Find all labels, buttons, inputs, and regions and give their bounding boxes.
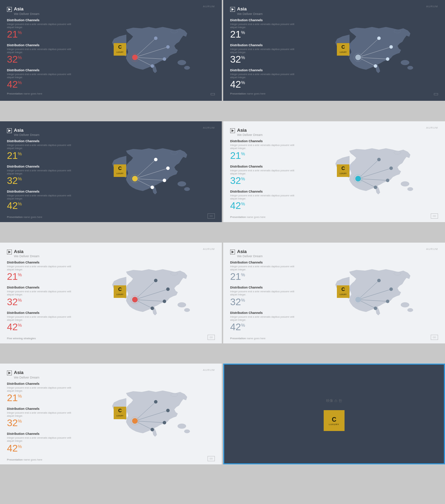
footer-num [211, 93, 215, 95]
stat-label-0: Distribution Channels [7, 261, 76, 264]
stat-desc-0: Integer posuere erat a ante venenatis da… [7, 23, 76, 29]
svg-marker-7 [232, 8, 234, 11]
stat-desc-2: Integer posuere erat a ante venenatis da… [7, 436, 76, 442]
svg-point-26 [178, 302, 186, 307]
stats-column: Distribution Channels Integer posuere er… [230, 139, 300, 211]
aurum-label: AURUM [203, 247, 215, 251]
slide-5: Asia We Deliver Dream AURUM Distribution… [0, 243, 222, 343]
footer-presentation: Presentation name goes here [230, 216, 266, 219]
map-dot-3 [163, 300, 166, 303]
slide-content: Distribution Channels Integer posuere er… [7, 18, 215, 90]
slide-title-block: Asia We Deliver Dream [14, 128, 39, 137]
slide-content: Distribution Channels Integer posuere er… [230, 18, 438, 90]
slide-content: Distribution Channels Integer posuere er… [7, 382, 215, 453]
slide-2: Asia We Deliver Dream AURUM Distribution… [223, 0, 445, 101]
slide-subtitle: We Deliver Dream [237, 254, 262, 258]
stat-item-0: Distribution Channels Integer posuere er… [7, 382, 76, 403]
map-dot-1 [154, 158, 157, 161]
slide-subtitle: We Deliver Dream [237, 12, 262, 16]
stat-value-0: 21% [7, 393, 76, 403]
stat-value-1: 32% [7, 176, 76, 186]
aurum-label: AURUM [203, 5, 215, 8]
slide-footer: Presentation name goes here 00 [230, 335, 438, 340]
map-dot-2 [166, 409, 170, 412]
slide-title: Asia [14, 6, 39, 12]
map-area: C LUXURY [302, 267, 438, 326]
stat-label-0: Distribution Channels [230, 18, 300, 22]
map-dot-0 [132, 55, 138, 60]
stat-label-0: Distribution Channels [230, 139, 300, 143]
svg-point-16 [171, 151, 178, 154]
map-dot-3 [163, 421, 166, 424]
stat-value-0: 21% [230, 30, 300, 39]
map-svg: C LUXURY [79, 24, 215, 83]
slide-title-block: Asia We Deliver Dream [14, 6, 39, 16]
aurum-label: AURUM [426, 247, 438, 251]
logo-sub: LUXURY [116, 172, 124, 174]
footer-presentation: Presentation name goes here [7, 458, 42, 461]
stat-desc-1: Integer posuere erat a ante venenatis da… [7, 48, 76, 54]
preview-logo-sub: LUXURY [329, 423, 339, 425]
stat-desc-1: Integer posuere erat a ante venenatis da… [7, 411, 76, 417]
play-icon [7, 7, 12, 12]
slide-subtitle: We Deliver Dream [14, 254, 39, 258]
slide-title: Asia [14, 249, 39, 254]
svg-point-38 [178, 424, 186, 429]
map-svg: C LUXURY [79, 388, 215, 447]
stat-item-2: Distribution Channels Integer posuere er… [230, 190, 300, 211]
stat-value-2: 42% [7, 322, 76, 332]
stat-item-2: Distribution Channels Integer posuere er… [7, 432, 76, 453]
slide-title-block: Asia We Deliver Dream [237, 249, 262, 258]
stats-column: Distribution Channels Integer posuere er… [7, 382, 76, 453]
stat-label-0: Distribution Channels [7, 18, 76, 22]
map-svg: C LUXURY [79, 267, 215, 326]
footer-num: 00 [431, 335, 438, 340]
slide-content: Distribution Channels Integer posuere er… [230, 261, 438, 332]
slide-title: Asia [237, 6, 262, 12]
footer-num: 00 [208, 456, 215, 461]
slide-7: Asia We Deliver Dream AURUM Distribution… [0, 364, 222, 464]
slide-content: Distribution Channels Integer posuere er… [230, 139, 438, 211]
svg-marker-31 [232, 251, 234, 253]
stat-desc-0: Integer posuere erat a ante venenatis da… [7, 144, 76, 150]
slide-header: Asia We Deliver Dream [230, 128, 438, 137]
footer-num: 00 [208, 335, 215, 340]
stat-desc-1: Integer posuere erat a ante venenatis da… [230, 48, 300, 54]
slide-header: Asia We Deliver Dream [230, 6, 438, 16]
map-dot-4 [374, 186, 377, 189]
map-dot-3 [163, 57, 166, 61]
svg-point-20 [401, 181, 409, 186]
slide-header: Asia We Deliver Dream [7, 249, 215, 258]
stat-item-1: Distribution Channels Integer posuere er… [7, 165, 76, 186]
stat-value-2: 42% [230, 322, 300, 332]
stat-desc-2: Integer posuere erat a ante venenatis da… [230, 315, 300, 322]
stat-item-0: Distribution Channels Integer posuere er… [230, 18, 300, 39]
stat-label-1: Distribution Channels [230, 286, 300, 289]
map-dot-4 [374, 307, 377, 310]
svg-marker-37 [8, 372, 11, 374]
slide-footer: Presentation name goes here [7, 92, 215, 95]
stat-item-0: Distribution Channels Integer posuere er… [230, 139, 300, 160]
preview-title: 映像 스 한 [326, 398, 342, 403]
stat-label-1: Distribution Channels [7, 43, 76, 47]
logo-sub: LUXURY [116, 415, 124, 417]
stat-item-2: Distribution Channels Integer posuere er… [7, 311, 76, 332]
slide-footer: Presentation name goes here [230, 92, 438, 95]
stat-desc-2: Integer posuere erat a ante venenatis da… [7, 194, 76, 200]
preview-slide: 映像 스 한 C LUXURY [223, 364, 445, 464]
map-svg: C LUXURY [302, 267, 438, 326]
slide-footer: Five winning strategies 00 [7, 335, 215, 340]
map-area: C LUXURY [79, 267, 215, 326]
footer-presentation: Presentation name goes here [7, 216, 42, 219]
stat-value-2: 42% [7, 444, 76, 453]
map-dot-0 [355, 297, 361, 302]
svg-point-34 [394, 272, 401, 275]
logo-sub: LUXURY [340, 172, 347, 174]
slide-title-block: Asia We Deliver Dream [237, 6, 262, 16]
stat-value-0: 21% [7, 151, 76, 161]
logo-letter: C [341, 165, 345, 171]
slide-title: Asia [14, 370, 39, 375]
map-dot-0 [132, 176, 138, 181]
stat-label-1: Distribution Channels [230, 43, 300, 47]
map-dot-4 [151, 428, 154, 431]
